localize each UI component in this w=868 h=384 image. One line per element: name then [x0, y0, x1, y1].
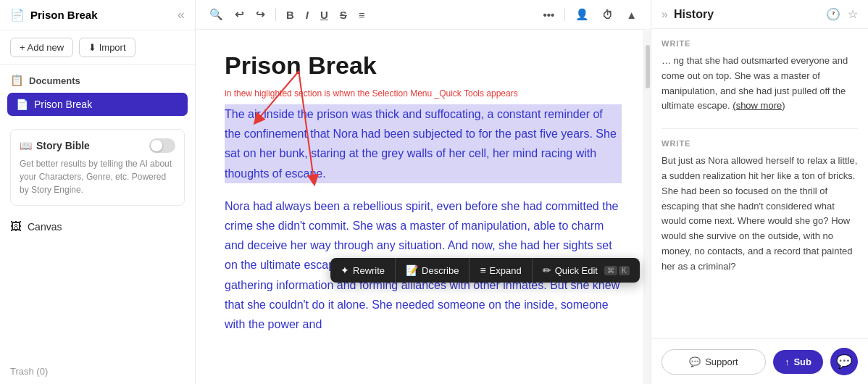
describe-button[interactable]: 📝 Describe: [396, 258, 470, 283]
k-key: K: [619, 266, 630, 275]
import-button[interactable]: ⬇ Import: [79, 38, 135, 57]
list-button[interactable]: ≡: [355, 7, 369, 23]
story-bible-toggle[interactable]: [149, 138, 175, 153]
active-doc-label: Prison Break: [34, 99, 92, 110]
trash-label: Trash (0): [10, 366, 48, 377]
describe-label: Describe: [422, 265, 459, 276]
search-button[interactable]: 🔍: [206, 6, 227, 23]
up-button[interactable]: ▲: [622, 7, 640, 23]
right-panel-title: History: [674, 8, 714, 21]
support-button[interactable]: 💬 Support: [662, 349, 766, 375]
sidebar: 📄 Prison Break « + Add new ⬇ Import 📋 Do…: [0, 0, 196, 384]
italic-button[interactable]: I: [302, 7, 312, 23]
story-bible-header: 📖 Story Bible: [20, 138, 175, 153]
sidebar-item-prison-break[interactable]: 📄 Prison Break: [7, 93, 188, 116]
story-bible-icon: 📖: [20, 140, 32, 151]
toolbar-divider-1: [275, 8, 276, 21]
documents-label: Documents: [29, 75, 80, 86]
history-clock-icon[interactable]: 🕐: [826, 7, 840, 21]
toolbar-divider-2: [564, 8, 565, 21]
char-count-button[interactable]: 👤: [572, 6, 593, 23]
support-label: Support: [705, 356, 738, 367]
expand-label: Expand: [490, 265, 522, 276]
sidebar-title: 📄 Prison Break: [10, 8, 98, 22]
redo-button[interactable]: ↪: [252, 6, 269, 23]
write-label-2: WRITE: [662, 139, 858, 148]
underline-button[interactable]: U: [317, 7, 332, 23]
sidebar-actions: + Add new ⬇ Import: [0, 30, 195, 65]
story-bible-description: Get better results by telling the AI abo…: [20, 157, 175, 196]
right-panel: » History 🕐 ☆ WRITE … ng that she had ou…: [651, 0, 868, 384]
rewrite-label: Rewrite: [353, 265, 385, 276]
undo-button[interactable]: ↩: [231, 6, 248, 23]
write-label-1: WRITE: [662, 39, 858, 48]
canvas-item[interactable]: 🖼 Canvas: [0, 212, 195, 242]
expand-panel-icon[interactable]: »: [662, 8, 668, 21]
canvas-icon: 🖼: [10, 220, 22, 233]
editor-scrollbar[interactable]: [643, 30, 651, 384]
history-content: WRITE … ng that she had outsmarted every…: [651, 29, 868, 338]
strikethrough-button[interactable]: S: [336, 7, 351, 23]
describe-icon: 📝: [406, 264, 418, 276]
chat-icon: 💬: [836, 354, 852, 370]
story-bible-section: 📖 Story Bible Get better results by tell…: [10, 129, 185, 206]
chat-float-button[interactable]: 💬: [830, 348, 858, 375]
quick-edit-icon: ✏: [543, 264, 551, 276]
sidebar-title-text: Prison Break: [30, 9, 98, 21]
support-icon: 💬: [689, 356, 701, 367]
show-more-close: ): [782, 100, 785, 111]
toolbar-right: 👤 ⏱ ▲: [572, 6, 640, 23]
story-bible-title: 📖 Story Bible: [20, 140, 90, 151]
rewrite-button[interactable]: ✦ Rewrite: [330, 258, 396, 283]
editor-toolbar: 🔍 ↩ ↪ B I U S ≡ ••• 👤 ⏱ ▲: [196, 0, 651, 30]
right-panel-header: » History 🕐 ☆: [651, 0, 868, 29]
document-icon: 📄: [10, 8, 25, 22]
add-new-button[interactable]: + Add new: [10, 38, 73, 57]
right-panel-footer: 💬 Support ↑ Sub 💬: [651, 338, 868, 384]
editor-content[interactable]: Prison Break in thew higlighted section …: [196, 30, 651, 384]
sub-icon: ↑: [785, 356, 790, 367]
collapse-button[interactable]: «: [178, 7, 185, 22]
annotation-text: in thew higlighted section is whwn the S…: [225, 88, 622, 99]
right-header-icons: 🕐 ☆: [826, 7, 858, 21]
story-bible-label: Story Bible: [36, 140, 90, 151]
documents-icon: 📋: [10, 74, 24, 87]
scroll-thumb: [646, 45, 650, 88]
cmd-key: ⌘: [604, 266, 617, 275]
show-more-text[interactable]: show more: [736, 100, 783, 111]
more-button[interactable]: •••: [539, 7, 558, 23]
sidebar-header: 📄 Prison Break «: [0, 0, 195, 30]
quick-edit-label: Quick Edit: [555, 265, 598, 276]
document-title: Prison Break: [225, 51, 622, 80]
active-doc-icon: 📄: [16, 99, 28, 110]
history-star-icon[interactable]: ☆: [848, 7, 858, 21]
right-header-left: » History: [662, 8, 714, 21]
history-divider: [662, 128, 858, 129]
editor-area: 🔍 ↩ ↪ B I U S ≡ ••• 👤 ⏱ ▲ Prison Break i…: [196, 0, 651, 384]
quick-edit-button[interactable]: ✏ Quick Edit ⌘ K: [533, 258, 640, 283]
bold-button[interactable]: B: [283, 7, 298, 23]
floating-selection-toolbar: ✦ Rewrite 📝 Describe ≡ Expand ✏ Quick Ed…: [330, 258, 640, 283]
sidebar-footer: Trash (0): [0, 359, 195, 384]
sub-button[interactable]: ↑ Sub: [773, 350, 823, 374]
shortcut-display: ⌘ K: [604, 266, 630, 275]
sub-label: Sub: [793, 356, 811, 367]
history-text-2: But just as Nora allowed herself to rela…: [662, 154, 858, 274]
history-block-2: WRITE But just as Nora allowed herself t…: [662, 139, 858, 274]
expand-icon: ≡: [480, 264, 485, 276]
highlighted-paragraph: The air inside the prison was thick and …: [225, 104, 622, 183]
history-block-1: WRITE … ng that she had outsmarted every…: [662, 39, 858, 114]
clock-button[interactable]: ⏱: [598, 7, 617, 23]
expand-button[interactable]: ≡ Expand: [470, 258, 532, 283]
canvas-label: Canvas: [28, 221, 62, 233]
documents-section-label: 📋 Documents: [0, 65, 195, 91]
history-text-1: … ng that she had outsmarted everyone an…: [662, 54, 858, 114]
rewrite-icon: ✦: [341, 264, 349, 276]
